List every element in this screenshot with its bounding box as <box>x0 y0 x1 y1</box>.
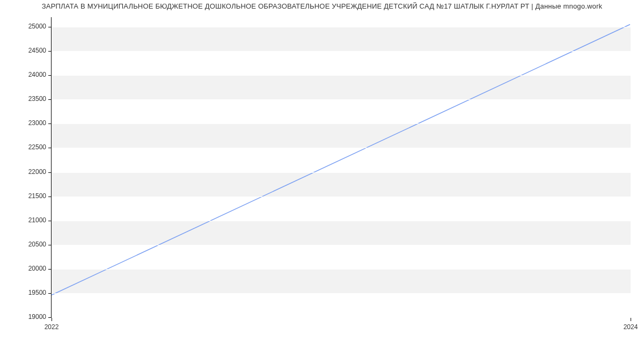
y-tick-label: 24500 <box>28 47 46 54</box>
data-line <box>52 25 630 295</box>
y-tick: 20000 <box>52 269 631 270</box>
y-tick-label: 23000 <box>28 119 46 127</box>
tick-mark <box>52 318 52 321</box>
chart-container: ЗАРПЛАТА В МУНИЦИПАЛЬНОЕ БЮДЖЕТНОЕ ДОШКО… <box>0 0 644 349</box>
y-tick: 20500 <box>52 245 631 245</box>
tick-mark <box>48 99 52 100</box>
tick-mark <box>48 27 52 27</box>
tick-mark <box>48 172 52 173</box>
chart-title: ЗАРПЛАТА В МУНИЦИПАЛЬНОЕ БЮДЖЕТНОЕ ДОШКО… <box>0 2 644 10</box>
tick-mark <box>631 318 631 321</box>
y-tick-label: 20500 <box>28 241 46 248</box>
line-series <box>52 17 631 317</box>
tick-mark <box>48 245 52 245</box>
y-tick: 25000 <box>52 27 631 27</box>
tick-mark <box>48 75 52 76</box>
y-tick-label: 19000 <box>28 313 46 321</box>
tick-mark <box>48 293 52 294</box>
y-tick-label: 24000 <box>28 71 46 78</box>
y-tick-label: 22500 <box>28 143 46 151</box>
y-tick-label: 19500 <box>28 289 46 296</box>
y-tick: 21000 <box>52 221 631 221</box>
y-tick: 22500 <box>52 148 631 148</box>
y-tick-label: 22000 <box>28 168 46 176</box>
y-tick: 19000 <box>52 317 631 318</box>
y-tick: 21500 <box>52 197 631 197</box>
y-tick: 23000 <box>52 123 631 124</box>
tick-mark <box>48 221 52 221</box>
tick-mark <box>48 269 52 270</box>
y-tick-label: 25000 <box>28 23 46 30</box>
tick-mark <box>48 123 52 124</box>
y-tick: 19500 <box>52 293 631 294</box>
plot-area: 1900019500200002050021000215002200022500… <box>51 17 631 318</box>
x-tick-label: 2024 <box>624 323 638 331</box>
x-tick-label: 2022 <box>45 323 59 331</box>
tick-mark <box>48 51 52 52</box>
y-tick: 24500 <box>52 51 631 52</box>
y-tick: 23500 <box>52 99 631 100</box>
y-tick-label: 20000 <box>28 265 46 272</box>
y-tick-label: 21500 <box>28 192 46 200</box>
y-tick-label: 23500 <box>28 95 46 103</box>
y-tick: 22000 <box>52 172 631 173</box>
tick-mark <box>48 197 52 197</box>
y-tick-label: 21000 <box>28 216 46 224</box>
y-tick: 24000 <box>52 75 631 76</box>
tick-mark <box>48 148 52 148</box>
